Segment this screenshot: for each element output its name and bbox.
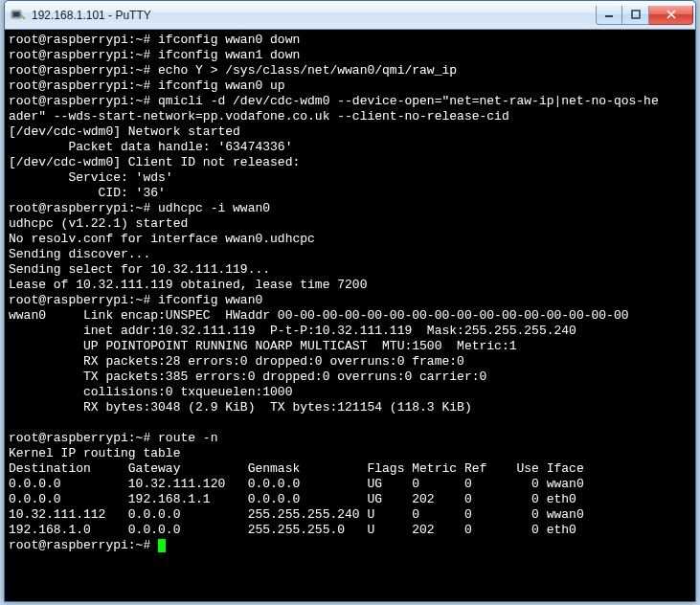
terminal-line: root@raspberrypi:~# ifconfig wwan0 up (9, 78, 691, 94)
terminal-line: Sending select for 10.32.111.119... (9, 262, 691, 278)
svg-rect-1 (12, 11, 20, 17)
terminal-line: wwan0 Link encap:UNSPEC HWaddr 00-00-00-… (9, 308, 691, 324)
terminal-line: [/dev/cdc-wdm0] Network started (9, 124, 691, 140)
terminal-cursor (158, 539, 166, 552)
maximize-button[interactable] (622, 6, 649, 25)
terminal-line: CID: '36' (9, 186, 691, 201)
terminal-line: root@raspberrypi:~# echo Y > /sys/class/… (9, 63, 691, 78)
terminal-line: TX packets:385 errors:0 dropped:0 overru… (9, 370, 691, 385)
terminal-line: Packet data handle: '63474336' (9, 140, 691, 155)
close-button[interactable] (649, 6, 693, 25)
terminal-line: ader" --wds-start-network=pp.vodafone.co… (9, 109, 691, 124)
terminal-line: Service: 'wds' (9, 170, 691, 186)
putty-window: 192.168.1.101 - PuTTY root@raspberrypi:~… (4, 0, 696, 602)
terminal[interactable]: root@raspberrypi:~# ifconfig wwan0 downr… (5, 30, 695, 601)
terminal-line: UP POINTOPOINT RUNNING NOARP MULTICAST M… (9, 339, 691, 354)
terminal-line: Sending discover... (9, 247, 691, 262)
terminal-line: root@raspberrypi:~# ifconfig wwan1 down (9, 48, 691, 63)
terminal-prompt: root@raspberrypi:~# (9, 538, 158, 552)
terminal-line (9, 415, 691, 431)
terminal-line: [/dev/cdc-wdm0] Client ID not released: (9, 155, 691, 170)
terminal-line: No resolv.conf for interface wwan0.udhcp… (9, 232, 691, 247)
terminal-line: root@raspberrypi:~# ifconfig wwan0 down (9, 33, 691, 48)
terminal-prompt-line: root@raspberrypi:~# (9, 538, 691, 553)
putty-icon (11, 8, 26, 23)
terminal-line: RX packets:28 errors:0 dropped:0 overrun… (9, 354, 691, 370)
terminal-line: collisions:0 txqueuelen:1000 (9, 385, 691, 400)
terminal-line: 10.32.111.112 0.0.0.0 255.255.255.240 U … (9, 507, 691, 523)
terminal-line: root@raspberrypi:~# route -n (9, 431, 691, 446)
terminal-line: 192.168.1.0 0.0.0.0 255.255.255.0 U 202 … (9, 523, 691, 538)
terminal-line: Destination Gateway Genmask Flags Metric… (9, 461, 691, 477)
terminal-line: root@raspberrypi:~# ifconfig wwan0 (9, 293, 691, 308)
titlebar[interactable]: 192.168.1.101 - PuTTY (5, 1, 695, 30)
svg-rect-3 (632, 11, 640, 18)
terminal-line: Lease of 10.32.111.119 obtained, lease t… (9, 278, 691, 293)
terminal-line: root@raspberrypi:~# qmicli -d /dev/cdc-w… (9, 94, 691, 109)
terminal-line: inet addr:10.32.111.119 P-t-P:10.32.111.… (9, 324, 691, 339)
svg-rect-2 (605, 15, 613, 17)
terminal-line: udhcpc (v1.22.1) started (9, 216, 691, 232)
terminal-line: 0.0.0.0 10.32.111.120 0.0.0.0 UG 0 0 0 w… (9, 477, 691, 492)
terminal-line: RX bytes:3048 (2.9 KiB) TX bytes:121154 … (9, 400, 691, 415)
terminal-line: root@raspberrypi:~# udhcpc -i wwan0 (9, 201, 691, 216)
terminal-line: Kernel IP routing table (9, 446, 691, 461)
window-title: 192.168.1.101 - PuTTY (32, 9, 596, 22)
terminal-line: 0.0.0.0 192.168.1.1 0.0.0.0 UG 202 0 0 e… (9, 492, 691, 507)
minimize-button[interactable] (596, 6, 622, 25)
window-controls (596, 6, 693, 25)
